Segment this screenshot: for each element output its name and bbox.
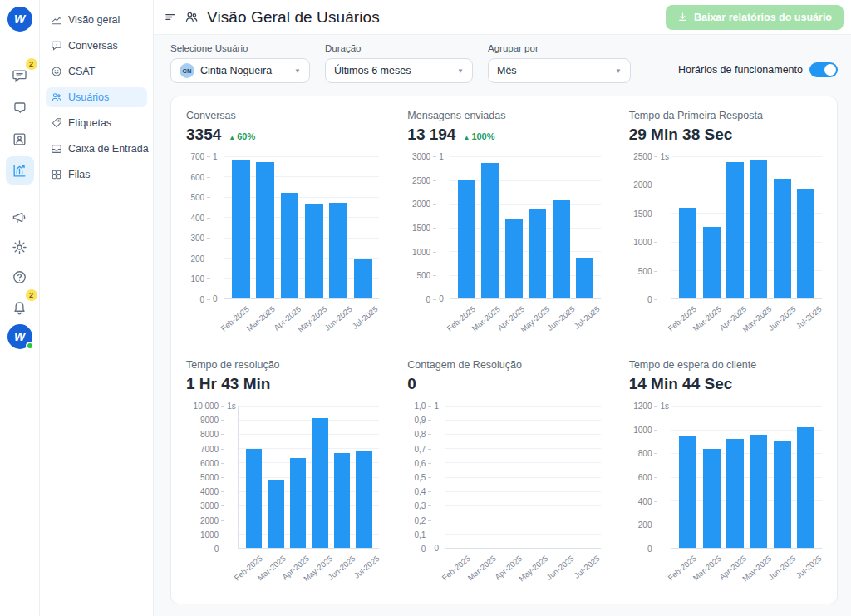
y-tick-label: 100	[190, 274, 210, 283]
rail-item-contacts[interactable]	[6, 125, 34, 153]
y-tick-label: 200	[638, 520, 658, 530]
sidebar-item-filas[interactable]: Filas	[46, 165, 147, 185]
download-button-label: Baixar relatórios do usuário	[694, 12, 832, 23]
users-header-icon	[184, 10, 199, 24]
user-avatar[interactable]: W	[7, 324, 32, 349]
y-tick-label: 0	[200, 295, 211, 304]
bar-jul-2025	[576, 258, 593, 298]
chevron-down-icon: ▼	[615, 67, 622, 75]
sidebar-item-caixa-de-entrada[interactable]: Caixa de Entrada	[46, 139, 147, 159]
sidebar-item-visao-geral[interactable]: Visão geral	[46, 10, 147, 30]
y-tick-label: 0	[647, 545, 658, 554]
business-hours-toggle[interactable]	[809, 62, 838, 77]
bars-group	[239, 406, 379, 548]
metric-value: 13 194	[407, 126, 455, 144]
user-select[interactable]: CN Cintia Nogueira ▼	[170, 58, 310, 83]
y-tick-label: 500	[638, 267, 658, 276]
y-tick-label: 600	[638, 473, 658, 482]
group-by-select[interactable]: Mês ▼	[488, 58, 631, 83]
bar-jun-2025	[334, 453, 351, 548]
y-tick-label: 0,7	[415, 445, 432, 454]
rail-item-chats[interactable]: 2	[6, 62, 34, 90]
chart-card-tempo-de-espera-do-cliente: Tempo de espera do cliente14 Min 44 Sec1…	[629, 359, 822, 587]
x-tick-label: Jun-2025	[767, 554, 798, 582]
chart-card-conversas: Conversas3354▲60%70060050040030020010001…	[186, 110, 379, 338]
chart-card-contagem-de-resolucao: Contagem de Resolução01,00,90,80,70,60,5…	[407, 359, 600, 587]
metric-delta: ▲100%	[463, 131, 494, 141]
reports-sidebar: Visão geral Conversas CSAT Usuários Etiq…	[40, 0, 154, 616]
bar-chart-icon	[12, 163, 27, 179]
secondary-axis-bottom-label: 0	[439, 294, 444, 303]
bar-feb-2025	[232, 160, 250, 298]
sidebar-item-csat[interactable]: CSAT	[46, 62, 147, 81]
inbox-icon	[51, 143, 62, 155]
chart-title: Tempo de resolução	[186, 359, 379, 371]
filter-bar: Selecione Usuário CN Cintia Nogueira ▼ D…	[154, 35, 851, 94]
secondary-axis-top-label: 1s	[660, 152, 669, 161]
chart-title: Mensagens enviadas	[407, 110, 600, 121]
rail-item-campaigns[interactable]	[6, 203, 34, 231]
sidebar-item-usuarios[interactable]: Usuários	[46, 87, 147, 107]
sidebar-item-label: Etiquetas	[68, 117, 111, 129]
online-status-dot	[26, 342, 34, 350]
y-tick-label: 1000	[633, 426, 657, 435]
notification-badge: 2	[26, 289, 37, 301]
chart-title: Contagem de Resolução	[407, 359, 600, 371]
y-axis: 120010008006004002000	[629, 406, 658, 549]
toggle-knob	[824, 64, 836, 76]
filter-user: Selecione Usuário CN Cintia Nogueira ▼	[170, 43, 310, 83]
sidebar-toggle-icon[interactable]	[164, 10, 178, 24]
rail-item-notifications[interactable]: 2	[6, 293, 34, 321]
sidebar-item-label: Visão geral	[68, 14, 120, 26]
contact-card-icon	[12, 131, 27, 147]
y-tick-label: 2000	[200, 516, 224, 525]
bar-may-2025	[750, 160, 767, 298]
y-tick-label: 6000	[200, 459, 224, 468]
bar-feb-2025	[679, 208, 696, 298]
secondary-y-axis: 1s	[657, 156, 671, 299]
help-icon	[12, 269, 27, 285]
bar-jun-2025	[329, 203, 347, 298]
bars-group	[224, 156, 379, 298]
sidebar-item-etiquetas[interactable]: Etiquetas	[46, 113, 147, 133]
y-tick-label: 500	[416, 271, 436, 280]
x-tick-label: Jun-2025	[767, 304, 798, 333]
bar-jun-2025	[553, 200, 570, 298]
filter-user-label: Selecione Usuário	[170, 43, 310, 53]
bar-jun-2025	[774, 179, 791, 298]
user-select-value: Cintia Nogueira	[200, 65, 272, 76]
y-tick-label: 1000	[633, 238, 657, 247]
y-tick-label: 5000	[200, 473, 224, 482]
rail-item-conversations[interactable]	[6, 93, 34, 121]
plot-area	[450, 156, 601, 299]
y-tick-label: 0,9	[415, 416, 432, 425]
up-arrow-icon: ▲	[463, 134, 470, 141]
brand-logo[interactable]: W	[7, 7, 32, 32]
y-tick-label: 0	[214, 545, 225, 554]
chart-title: Tempo da Primeira Resposta	[629, 110, 822, 121]
download-reports-button[interactable]: Baixar relatórios do usuário	[666, 5, 844, 30]
rail-item-settings[interactable]	[6, 233, 34, 261]
bar-mar-2025	[703, 227, 721, 298]
sidebar-item-label: Usuários	[68, 91, 109, 103]
bar-may-2025	[750, 435, 767, 548]
y-tick-label: 3000	[412, 152, 436, 161]
duration-select[interactable]: Últimos 6 meses ▼	[325, 58, 473, 83]
tag-icon	[51, 117, 62, 129]
y-tick-label: 10 000	[194, 402, 225, 411]
y-axis: 300025002000150010005000	[407, 156, 436, 299]
y-tick-label: 1500	[412, 224, 436, 233]
y-tick-label: 0,4	[415, 487, 432, 496]
x-tick-label: Jul-2025	[794, 554, 823, 580]
y-tick-label: 1500	[633, 209, 657, 219]
bars-group	[450, 156, 601, 298]
bar-jun-2025	[774, 441, 791, 548]
chart-card-tempo-da-primeira-resposta: Tempo da Primeira Resposta29 Min 38 Sec2…	[629, 110, 822, 338]
y-tick-label: 800	[638, 449, 658, 458]
rail-item-reports[interactable]	[6, 156, 34, 185]
main-content: Visão Geral de Usuários Baixar relatório…	[154, 0, 851, 616]
sidebar-item-conversas[interactable]: Conversas	[46, 36, 147, 56]
y-tick-label: 7000	[200, 445, 224, 454]
rail-item-help[interactable]	[6, 263, 34, 291]
chart-title: Conversas	[186, 110, 379, 121]
